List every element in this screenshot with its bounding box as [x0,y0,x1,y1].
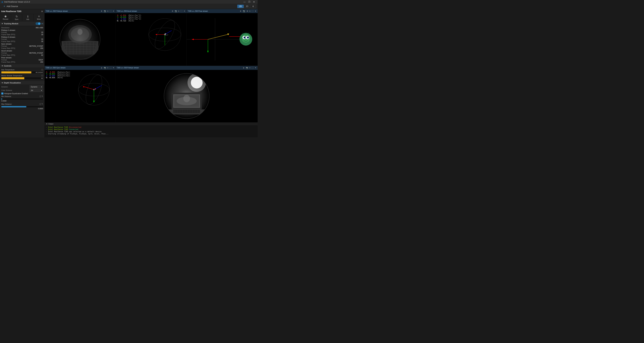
min-dist-info-icon[interactable]: ⓘ [40,95,41,98]
tracking-module-header[interactable]: ▼ Tracking Module on [0,21,44,26]
gyro-close-button[interactable]: ✕ [112,67,114,69]
max-dist-edit-icon[interactable]: ✎ [42,103,43,105]
min-dist-slider[interactable] [1,98,43,100]
fisheye1-info-button[interactable]: ℹ [107,10,108,12]
svg-marker-28 [156,34,157,35]
gyro-y-value: +0.033 [49,73,55,75]
output-dash-0: — [46,126,47,128]
fisheye1-snapshot-button[interactable]: 📷 [104,10,106,12]
fisheye2-close-button[interactable]: ✕ [254,67,256,69]
gyro-z-row: Z: +0.009 (Radians/Sec) [46,75,70,77]
tracking-module-title-row: ▼ Tracking Module [1,23,18,25]
fisheye1-fps-value: 30 [41,34,43,35]
minimize-button[interactable]: — [242,0,247,4]
fisheye1-pause-button[interactable]: ⏸ [100,10,103,12]
record-icon: ⏺ [4,15,7,18]
svg-marker-60 [93,101,94,103]
depth-viz-section-header[interactable]: ▼ Depth Visualization [0,81,44,85]
controls-section-header[interactable]: ▼ Controls [0,64,44,68]
accel-pause-button[interactable]: ⏸ [171,10,174,12]
svg-line-57 [85,87,94,90]
restore-button[interactable]: ❐ [247,0,252,4]
monster-svg [239,32,252,46]
pose-close-button[interactable]: ✕ [254,10,256,12]
motion-temp-info-icon[interactable]: ⓘ [41,74,43,77]
accel-fps-row: Frame Rate (FPS): 62 [1,54,43,56]
tracking-toggle[interactable] [36,22,40,25]
color-scheme-select[interactable]: Jet ▾ [30,89,43,92]
output-line-0: — Intel RealSense T265 Disconnected [46,126,256,128]
histogram-checkbox[interactable] [1,92,3,94]
motion-temp-slider[interactable]: 38 [1,77,43,79]
fisheye2-panel: T265 s.n.:593 Fisheye stream ⏸ 📷 ℹ ⛶ ✕ [116,66,258,122]
view-2d-button[interactable]: 2D [237,5,244,8]
view-3d-button[interactable]: 3D [244,5,250,8]
device-name: Intel RealSense T265 [1,10,21,12]
gyro-info-button[interactable]: ℹ [107,67,108,69]
asic-temp-info-icon[interactable]: ⓘ [41,68,43,71]
pose-snapshot-button[interactable]: 📷 [242,10,246,12]
record-action[interactable]: ⏺ Record [0,14,11,21]
fisheye1-image [58,17,102,61]
fisheye2-format-label: Format: [1,38,7,40]
fisheye1-controls: ⏸ 📷 ℹ ⛶ ✕ [100,10,114,12]
asic-temp-row: Asic Temperature: ⓘ 46.114143 [1,68,43,73]
info-action[interactable]: ℹ Info [22,14,34,21]
visual-preset-label: Dynamic [1,86,15,88]
add-source-button[interactable]: ＋ Add Source [2,4,19,8]
accel-expand-button[interactable]: ⛶ [180,10,183,12]
pose-title: T265 s.n.:593 Pose stream [188,10,208,12]
accel-info-button[interactable]: ℹ [178,10,180,12]
accel-fps-label: Frame Rate (FPS): [1,54,16,56]
svg-marker-36 [192,39,194,40]
gyro-expand-button[interactable]: ⛶ [109,67,112,69]
controls-content: Asic Temperature: ⓘ 46.114143 Motion Mod… [0,68,44,81]
more-action[interactable]: ≡ More [34,14,44,21]
visual-preset-select[interactable]: Dynamic ▾ [30,85,43,88]
fisheye2-snapshot-button[interactable]: 📷 [246,67,248,69]
close-button[interactable]: ✕ [252,0,256,4]
motion-temp-value: 38 [41,77,43,79]
sync-action[interactable]: ↻ Sync [11,14,22,21]
gyro-fps-label: Frame Rate (FPS): [1,47,16,49]
gyro-title: T265 s.n.:593 Gyro stream [46,67,66,69]
svg-point-62 [95,88,96,89]
toolbar-left: ＋ Add Source [2,4,19,8]
fisheye2-info-button[interactable]: ℹ [249,67,250,69]
motion-temp-label: Motion Module Temperature: [1,75,23,77]
accel-x-unit: (Meter/Sec^2) [128,14,141,16]
fisheye1-title: T265 s.n.:593 Fisheye stream [46,10,68,12]
toolbar: ＋ Add Source 2D 3D ⚙ [0,4,258,9]
gyro-pause-button[interactable]: ⏸ [100,67,103,69]
content-area: T265 s.n.:593 Fisheye stream ⏸ 📷 ℹ ⛶ ✕ [44,9,258,137]
pose-info-button[interactable]: ℹ [249,10,250,12]
asic-temp-fill [1,71,31,73]
min-dist-edit-icon[interactable]: ✎ [42,95,43,98]
asic-temp-slider[interactable]: 46.114143 [1,71,43,73]
sidebar-close-button[interactable]: ✕ [41,10,43,13]
fisheye1-expand-button[interactable]: ⛶ [109,10,112,12]
fisheye2-expand-button[interactable]: ⛶ [251,67,254,69]
controls-title-row: ▼ Controls [1,65,12,67]
pose-expand-button[interactable]: ⛶ [251,10,254,12]
accel-x-row: X: +1.014 (Meter/Sec^2) [117,14,142,16]
accel-fps-value: 62 [41,54,43,56]
accel-close-button[interactable]: ✕ [183,10,186,12]
fisheye1-close-button[interactable]: ✕ [112,10,114,12]
gyro-snapshot-button[interactable]: 📷 [104,67,106,69]
gyro-viz [74,71,114,108]
min-dist-fill [1,98,2,100]
svg-marker-40 [228,33,229,35]
max-dist-info-icon[interactable]: ⓘ [40,103,41,105]
pose-settings-button[interactable]: ⚙ [246,10,248,12]
settings-button[interactable]: ⚙ [250,5,256,8]
fisheye2-pause-button[interactable]: ⏸ [242,67,245,69]
svg-rect-21 [62,54,98,59]
accel-z-row: Z: -0.994 (Meter/Sec^2) [117,18,142,20]
gyro-z-value: +0.009 [49,75,55,77]
pose-pause-button[interactable]: ⏸ [239,10,242,12]
max-dist-slider[interactable] [1,106,43,107]
color-scheme-chevron-icon: ▾ [41,89,42,91]
accel-snapshot-button[interactable]: 📷 [174,10,178,12]
title-bar-left: ◈ Intel RealSense Viewer v2.21.0 [1,0,30,3]
